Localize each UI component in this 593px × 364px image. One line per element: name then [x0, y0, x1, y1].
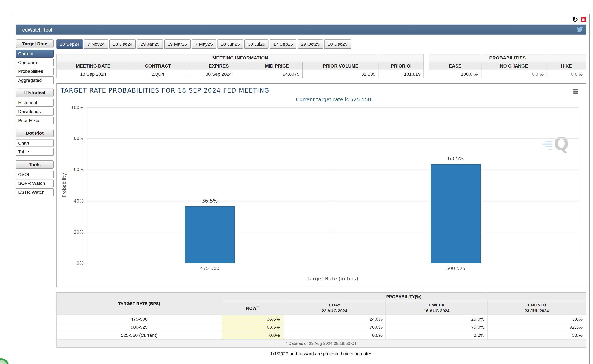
quikstrike-watermark: Q: [542, 135, 569, 153]
prob-value-cell: 0.0%: [386, 331, 488, 339]
tab-19-mar25[interactable]: 19 Mar25: [164, 39, 190, 49]
sidebar-item-aggregated[interactable]: Aggregated: [16, 76, 54, 84]
meeting-info-title: MEETING INFORMATION: [57, 54, 424, 62]
meeting-info-header-row: MEETING DATECONTRACTEXPIRESMID PRICEPRIO…: [57, 62, 424, 70]
refresh-icon[interactable]: ↻: [572, 16, 578, 23]
meeting-info-col-prior-oi: PRIOR OI: [379, 62, 424, 70]
prob-summary-value-hike: 0.0 %: [547, 70, 586, 78]
x-axis-line: [87, 263, 579, 263]
prob-summary-value-no-change: 0.0 %: [481, 70, 547, 78]
x-gridline: [333, 107, 333, 263]
bar-value-label: 63.5%: [431, 156, 481, 162]
y-tick-label: 40%: [74, 198, 87, 203]
meeting-info-value-mid-price: 94.8075: [251, 70, 303, 78]
meeting-info-value-prior-oi: 181,819: [379, 70, 424, 78]
tab-17-sep25[interactable]: 17 Sep25: [270, 39, 297, 49]
prob-row-475-500: 475-50036.5%24.0%25.0%3.8%: [57, 315, 586, 323]
x-gridline: [579, 107, 579, 263]
prob-value-cell: 0.0%: [222, 331, 283, 339]
sidebar-item-cvol[interactable]: CVOL: [16, 171, 54, 178]
export-icon-glyph: [582, 19, 585, 21]
chart-menu-icon[interactable]: [573, 89, 579, 96]
prob-value-cell: 63.5%: [222, 323, 283, 331]
probabilities-summary-value-row: 100.0 %0.0 %0.0 %: [429, 70, 586, 78]
sidebar-item-prior-hikes[interactable]: Prior Hikes: [16, 117, 54, 124]
prob-col-1-day: 1 DAY22 AUG 2024: [283, 301, 386, 315]
prob-value-cell: 24.0%: [283, 315, 386, 323]
prob-value-cell: 76.0%: [283, 323, 386, 331]
prob-row-525-550-current: 525-550 (Current)0.0%0.0%0.0%3.8%: [57, 331, 586, 339]
chart-bar-475-500[interactable]: [185, 206, 235, 263]
table-footnote-row: * Data as of 23 Aug 2024 08:19:50 CT: [57, 339, 586, 347]
sidebar-section-target-rate: Target Rate: [16, 39, 54, 48]
probability-table: TARGET RATE (BPS) PROBABILITY(%) NOW *1 …: [56, 292, 586, 347]
watermark-lines: [542, 138, 552, 150]
tab-7-may25[interactable]: 7 May25: [192, 39, 216, 49]
prob-value-cell: 75.0%: [386, 323, 488, 331]
prob-rate-cell: 500-525: [57, 323, 222, 331]
meeting-info-value-prior-volume: 31,835: [303, 70, 379, 78]
prob-col-now: NOW *: [222, 301, 283, 315]
prob-col-1-month: 1 MONTH23 JUL 2024: [488, 301, 586, 315]
meeting-info-value-row: 18 Sep 2024ZQU430 Sep 202494.807531,8351…: [57, 70, 424, 78]
window-action-icons: ↻: [572, 15, 586, 24]
export-icon[interactable]: [581, 17, 586, 22]
chart-panel: TARGET RATE PROBABILITIES FOR 18 SEP 202…: [56, 83, 586, 287]
prob-col-1-week: 1 WEEK16 AUG 2024: [386, 301, 488, 315]
prob-summary-value-ease: 100.0 %: [429, 70, 481, 78]
tab-18-dec24[interactable]: 18 Dec24: [109, 39, 136, 49]
prob-value-cell: 25.0%: [386, 315, 488, 323]
prob-rate-cell: 475-500: [57, 315, 222, 323]
app-title: FedWatch Tool: [19, 27, 52, 32]
tab-7-nov24[interactable]: 7 Nov24: [84, 39, 108, 49]
sidebar-item-probabilities[interactable]: Probabilities: [16, 67, 54, 75]
chart-title: TARGET RATE PROBABILITIES FOR 18 SEP 202…: [61, 87, 269, 94]
prob-value-cell: 0.0%: [283, 331, 386, 339]
twitter-icon[interactable]: [577, 27, 583, 32]
feedback-widget[interactable]: [0, 358, 9, 364]
prob-rate-cell: 525-550 (Current): [57, 331, 222, 339]
tab-18-jun25[interactable]: 18 Jun25: [217, 39, 243, 49]
sidebar-item-chart[interactable]: Chart: [16, 139, 54, 147]
meeting-info-col-mid-price: MID PRICE: [251, 62, 303, 70]
sidebar-section-dot-plot: Dot Plot: [16, 129, 54, 137]
sidebar-item-current[interactable]: Current: [16, 50, 54, 58]
tab-10-dec25[interactable]: 10 Dec25: [324, 39, 351, 49]
tab-29-jan25[interactable]: 29 Jan25: [137, 39, 163, 49]
sidebar-section-tools: Tools: [16, 160, 54, 169]
prob-summary-col-no-change: NO CHANGE: [481, 62, 547, 70]
watermark-q: Q: [554, 135, 569, 153]
sidebar-item-table[interactable]: Table: [16, 148, 54, 156]
tab-18-sep24[interactable]: 18 Sep24: [56, 39, 83, 49]
app-titlebar: FedWatch Tool: [16, 25, 586, 35]
sidebar-item-estr-watch[interactable]: ESTR Watch: [16, 188, 54, 196]
prob-value-cell: 3.8%: [488, 331, 586, 339]
page: ↻ FedWatch Tool Target RateCurrentCompar…: [0, 0, 593, 364]
meeting-info-wrap: MEETING INFORMATION MEETING DATECONTRACT…: [56, 54, 424, 78]
tab-29-oct25[interactable]: 29 Oct25: [298, 39, 323, 49]
data-as-of-note: * Data as of 23 Aug 2024 08:19:50 CT: [57, 339, 586, 347]
prob-summary-col-ease: EASE: [429, 62, 481, 70]
meeting-info-col-prior-volume: PRIOR VOLUME: [303, 62, 379, 70]
meeting-info-value-meeting-date: 18 Sep 2024: [57, 70, 130, 78]
bar-value-label: 36.5%: [185, 198, 235, 204]
plot-area: Q 100%80%60%40%20%0%36.5%475-50063.5%500…: [87, 107, 579, 263]
probability-group-header: PROBABILITY(%): [222, 292, 586, 301]
sidebar-item-historical[interactable]: Historical: [16, 99, 54, 107]
fedwatch-app-frame: ↻ FedWatch Tool Target RateCurrentCompar…: [13, 14, 590, 364]
prob-table-body: 475-50036.5%24.0%25.0%3.8%500-52563.5%76…: [57, 315, 586, 339]
sidebar-item-downloads[interactable]: Downloads: [16, 108, 54, 116]
y-tick-label: 20%: [74, 229, 87, 235]
main-content: 18 Sep247 Nov2418 Dec2429 Jan2519 Mar257…: [56, 39, 586, 356]
x-tick-label: 500-525: [421, 266, 490, 271]
chart-bar-500-525[interactable]: [431, 164, 481, 263]
sidebar-section-historical: Historical: [16, 89, 54, 97]
projected-meetings-note: 1/1/2027 and forward are projected meeti…: [56, 351, 586, 356]
prob-value-cell: 3.8%: [488, 315, 586, 323]
x-tick-label: 475-500: [175, 266, 244, 271]
sidebar-item-sofr-watch[interactable]: SOFR Watch: [16, 180, 54, 187]
meeting-info-value-expires: 30 Sep 2024: [186, 70, 251, 78]
info-row: MEETING INFORMATION MEETING DATECONTRACT…: [56, 54, 586, 78]
tab-30-jul25[interactable]: 30 Jul25: [244, 39, 269, 49]
sidebar-item-compare[interactable]: Compare: [16, 59, 54, 66]
